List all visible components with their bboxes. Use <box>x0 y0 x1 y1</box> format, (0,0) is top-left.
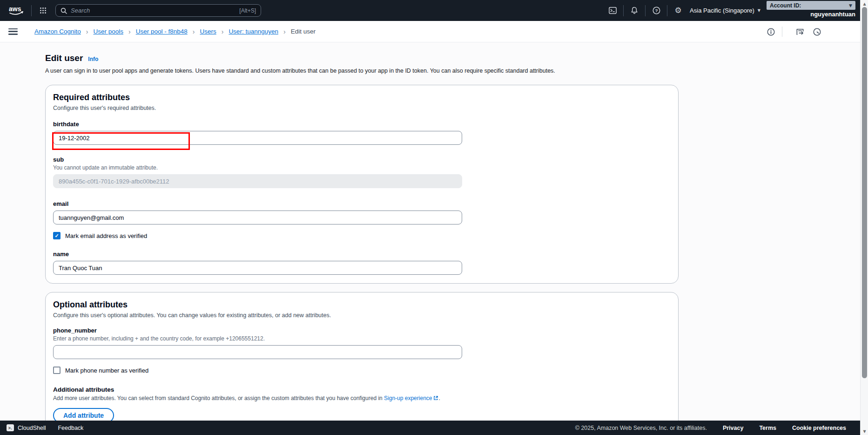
help-button[interactable]: ? <box>651 6 661 16</box>
terminal-icon <box>608 6 617 15</box>
region-label: Asia Pacific (Singapore) <box>690 7 754 14</box>
sub-label: sub <box>53 156 669 163</box>
services-menu-button[interactable] <box>38 6 48 16</box>
breadcrumb-link-user-pools[interactable]: User pools <box>93 28 123 35</box>
cloudshell-icon: >. <box>7 424 14 431</box>
side-menu-button[interactable] <box>8 28 18 35</box>
info-icon <box>767 27 775 36</box>
search-shortcut: [Alt+S] <box>239 7 256 14</box>
footer-bar: >. CloudShell Feedback © 2025, Amazon We… <box>0 421 860 435</box>
search-icon <box>61 7 67 14</box>
scrollbar-thumb[interactable] <box>862 7 867 378</box>
breadcrumb-link-users[interactable]: Users <box>200 28 216 35</box>
email-verified-label: Mark email address as verified <box>65 232 147 239</box>
svg-text:?: ? <box>655 8 658 13</box>
account-id-overlay[interactable]: Account ID: ▼ <box>767 1 855 10</box>
breadcrumb-separator: › <box>86 28 88 35</box>
info-link[interactable]: Info <box>88 56 98 62</box>
breadcrumb: Amazon Cognito › User pools › User pool … <box>34 28 316 35</box>
copyright-text: © 2025, Amazon Web Services, Inc. or its… <box>575 425 707 431</box>
privacy-link[interactable]: Privacy <box>723 425 743 431</box>
optional-attributes-card: Optional attributes Configure this user'… <box>45 292 679 435</box>
phone-verified-checkbox[interactable] <box>53 367 61 374</box>
birthdate-label: birthdate <box>53 121 669 128</box>
sign-up-experience-link[interactable]: Sign-up experience <box>384 395 432 401</box>
page-title: Edit user <box>45 53 83 63</box>
divider <box>623 5 624 16</box>
breadcrumb-link-cognito[interactable]: Amazon Cognito <box>34 28 81 35</box>
clock-icon <box>813 27 821 36</box>
phone-verified-label: Mark phone number as verified <box>65 367 148 374</box>
aws-logo[interactable]: aws <box>6 5 25 17</box>
breadcrumb-current: Edit user <box>291 28 316 35</box>
shortcuts-panel-button[interactable] <box>795 27 805 37</box>
scroll-up-arrow[interactable]: ▲ <box>861 0 868 7</box>
cookie-preferences-link[interactable]: Cookie preferences <box>792 425 846 431</box>
breadcrumb-separator: › <box>193 28 195 35</box>
sub-input <box>53 174 462 188</box>
account-id-label: Account ID: <box>770 2 801 9</box>
gear-icon: ⚙ <box>674 7 681 14</box>
chevron-down-icon: ▼ <box>758 8 760 13</box>
question-icon: ? <box>652 6 661 15</box>
external-link-icon <box>433 395 438 401</box>
panel-icon <box>795 27 805 36</box>
divider <box>31 5 32 16</box>
search-placeholder: Search <box>71 7 239 14</box>
additional-desc-period: . <box>438 395 440 401</box>
session-timer-button[interactable] <box>812 27 822 37</box>
cloudshell-label: CloudShell <box>18 425 46 431</box>
divider <box>645 5 646 16</box>
name-label: name <box>53 251 669 258</box>
divider <box>782 27 782 37</box>
phone-number-constraint: Enter a phone number, including + and th… <box>53 335 669 342</box>
email-label: email <box>53 200 669 207</box>
birthdate-input[interactable] <box>53 131 462 145</box>
email-input[interactable] <box>53 211 462 224</box>
additional-attributes-description: Add more user attributes. You can select… <box>53 395 669 401</box>
breadcrumb-separator: › <box>222 28 224 35</box>
additional-attributes-title: Additional attributes <box>53 386 669 393</box>
additional-desc-text: Add more user attributes. You can select… <box>53 395 384 401</box>
main-content: Edit user Info A user can sign in to use… <box>0 43 860 435</box>
breadcrumb-link-user-pool[interactable]: User pool - f8nb48 <box>136 28 188 35</box>
bell-icon <box>630 6 639 15</box>
grid-icon <box>40 7 46 14</box>
optional-attributes-title: Optional attributes <box>53 300 669 310</box>
breadcrumb-bar: Amazon Cognito › User pools › User pool … <box>0 21 860 42</box>
optional-attributes-description: Configure this user's optional attribute… <box>53 312 669 319</box>
search-input[interactable]: Search [Alt+S] <box>55 4 261 17</box>
svg-text:aws: aws <box>9 5 21 13</box>
top-navigation-bar: aws Search [Alt+S] <box>0 0 868 21</box>
required-attributes-description: Configure this user's required attribute… <box>53 105 669 111</box>
email-verified-checkbox[interactable]: ✓ <box>53 232 61 239</box>
terms-link[interactable]: Terms <box>759 425 776 431</box>
name-input[interactable] <box>53 261 462 275</box>
cloudshell-footer-button[interactable]: >. CloudShell <box>7 424 46 431</box>
breadcrumb-separator: › <box>128 28 131 35</box>
sub-constraint: You cannot update an immutable attribute… <box>53 164 669 171</box>
breadcrumb-separator: › <box>283 28 286 35</box>
required-attributes-card: Required attributes Configure this user'… <box>45 85 679 284</box>
page-description: A user can sign in to user pool apps and… <box>45 68 860 74</box>
required-attributes-title: Required attributes <box>53 93 669 102</box>
info-panel-button[interactable] <box>766 27 776 37</box>
scroll-down-arrow[interactable]: ▼ <box>861 428 868 435</box>
phone-number-label: phone_number <box>53 327 669 334</box>
region-selector[interactable]: Asia Pacific (Singapore) ▼ <box>690 7 760 14</box>
account-username[interactable]: nguyenanhtuan <box>810 11 855 18</box>
breadcrumb-link-user[interactable]: User: tuannguyen <box>229 28 278 35</box>
notifications-button[interactable] <box>629 6 639 16</box>
feedback-button[interactable]: Feedback <box>58 425 83 431</box>
settings-button[interactable]: ⚙ <box>673 6 683 16</box>
vertical-scrollbar[interactable]: ▲ ▼ <box>860 0 868 435</box>
cloudshell-button[interactable] <box>607 6 618 16</box>
divider <box>667 5 667 16</box>
chevron-down-icon: ▼ <box>849 3 852 8</box>
phone-number-input[interactable] <box>53 345 462 359</box>
